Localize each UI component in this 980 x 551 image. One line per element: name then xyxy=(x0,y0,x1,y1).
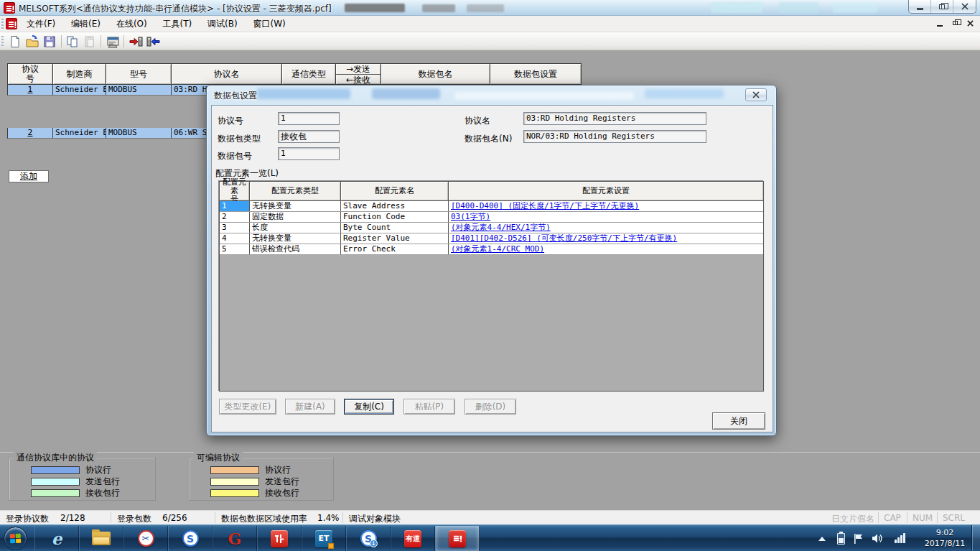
g-app-icon: G xyxy=(228,529,242,548)
packet-type-field[interactable]: 接收包 xyxy=(278,130,340,143)
show-desktop-button[interactable] xyxy=(971,525,980,551)
element-no-cell-selected[interactable]: 1 xyxy=(220,201,250,211)
delete-button[interactable]: 删除(D) xyxy=(465,399,516,415)
up-arrow-icon xyxy=(818,537,826,541)
toolbar-separator xyxy=(61,35,62,47)
column-header-send-receive: →发送 ←接收 xyxy=(336,64,381,84)
column-header-element-setting: 配置元素设置 xyxy=(449,182,763,200)
start-button[interactable] xyxy=(4,527,27,550)
taskbar-sogou-button[interactable]: S xyxy=(168,526,213,551)
mdi-close-button[interactable] xyxy=(966,19,974,27)
swatch-label: 接收包行 xyxy=(265,489,299,498)
taskbar-melsoft-button[interactable] xyxy=(435,526,480,551)
toolbar-separator xyxy=(101,35,101,47)
change-type-button[interactable]: 类型更改(E) xyxy=(219,399,276,415)
copy-button[interactable] xyxy=(65,34,80,49)
tray-volume[interactable] xyxy=(872,525,884,551)
close-button[interactable] xyxy=(953,0,976,13)
element-row-5[interactable]: 5 错误检查代码 Error Check (对象元素1-4/CRC MOD) xyxy=(220,244,763,255)
tray-show-hidden-icons[interactable] xyxy=(818,525,826,551)
menu-tools[interactable]: 工具(T) xyxy=(157,16,199,32)
element-row-4[interactable]: 4 无转换变量 Register Value [D401][D402-D526]… xyxy=(220,233,763,244)
protocol-no-link[interactable]: 2 xyxy=(8,128,53,138)
redacted-text xyxy=(422,4,455,12)
taskbar-ie-button[interactable]: e xyxy=(34,526,79,551)
protocol-row-swatch xyxy=(31,466,80,474)
protocol-no-field[interactable]: 1 xyxy=(278,112,340,125)
element-setting-link[interactable]: 03(1字节) xyxy=(449,212,763,222)
close-dialog-button[interactable]: 关闭 xyxy=(712,412,765,430)
statusbar-separator xyxy=(215,512,215,523)
tray-battery[interactable] xyxy=(837,525,845,551)
taskbar-youdao-button[interactable]: 有道 xyxy=(391,526,435,551)
copy-icon xyxy=(66,35,79,48)
element-setting-link[interactable]: [D400-D400] (固定长度/1字节/下上字节/无更换) xyxy=(449,201,763,211)
taskbar-red-app-button[interactable] xyxy=(257,526,302,551)
menu-online[interactable]: 在线(O) xyxy=(110,16,154,32)
taskbar-snipping-tool-button[interactable]: ✂ xyxy=(123,526,168,551)
taskbar-s-download-button[interactable]: S ↓ xyxy=(346,526,391,551)
redacted-text xyxy=(345,4,405,12)
glass-reflection xyxy=(645,89,724,98)
menu-window[interactable]: 窗口(W) xyxy=(246,16,291,32)
element-setting-link[interactable]: (对象元素4-4/HEX/1字节) xyxy=(449,223,763,233)
swatch-label: 接收包行 xyxy=(85,489,120,498)
kana-indicator: 日文片假名 xyxy=(831,513,874,525)
protocol-count-label: 登录协议数 xyxy=(6,513,49,525)
paste-button[interactable] xyxy=(82,34,98,49)
read-from-module-button[interactable] xyxy=(145,34,161,49)
save-button[interactable] xyxy=(42,34,57,49)
minimize-button[interactable] xyxy=(909,0,931,13)
legend-editable-protocols: 可编辑协议 协议行 发送包行 接收包行 xyxy=(189,457,334,501)
new-button[interactable]: 新建(A) xyxy=(285,399,335,415)
column-header-element-no: 配置元素 号 xyxy=(220,182,250,200)
sogou-icon: S xyxy=(182,530,199,547)
column-header-element-type: 配置元素类型 xyxy=(250,182,341,200)
read-from-module-icon xyxy=(146,35,160,48)
add-protocol-link[interactable]: 添加 xyxy=(9,170,49,182)
menu-debug[interactable]: 调试(B) xyxy=(201,16,244,32)
protocol-no-link[interactable]: 1 xyxy=(8,85,53,95)
menubar: 文件(F) 编辑(E) 在线(O) 工具(T) 调试(B) 窗口(W) xyxy=(0,16,980,32)
module-window-button[interactable] xyxy=(105,34,121,49)
redacted-text xyxy=(467,4,504,12)
mdi-minimize-button[interactable] xyxy=(935,19,944,27)
element-row-3[interactable]: 3 长度 Byte Count (对象元素4-4/HEX/1字节) xyxy=(220,223,763,233)
packet-name-field[interactable]: NOR/03:RD Holding Registers xyxy=(523,130,706,143)
element-no-cell[interactable]: 5 xyxy=(220,244,250,254)
protocol-name-field[interactable]: 03:RD Holding Registers xyxy=(523,112,706,125)
element-list: 配置元素 号 配置元素类型 配置元素名 配置元素设置 1 无转换变量 Slave… xyxy=(219,181,764,392)
restore-button[interactable] xyxy=(931,0,953,13)
menu-file[interactable]: 文件(F) xyxy=(20,16,62,32)
paste-button[interactable]: 粘贴(P) xyxy=(403,399,455,415)
element-no-cell[interactable]: 4 xyxy=(220,233,250,244)
melsoft-icon xyxy=(449,530,466,547)
new-file-button[interactable] xyxy=(7,34,23,49)
element-row-2[interactable]: 2 固定数据 Function Code 03(1字节) xyxy=(220,212,763,223)
element-no-cell[interactable]: 2 xyxy=(220,212,250,222)
copy-button[interactable]: 复制(C) xyxy=(344,399,394,415)
element-setting-link[interactable]: [D401][D402-D526] (可变长度/250字节/下上字节/有更换) xyxy=(449,233,763,244)
tray-action-center[interactable] xyxy=(854,525,864,551)
element-no-cell[interactable]: 3 xyxy=(220,223,250,233)
menu-edit[interactable]: 编辑(E) xyxy=(65,16,107,32)
window-controls xyxy=(908,0,976,14)
column-header-packet-name: 数据包名 xyxy=(381,64,490,84)
tray-network[interactable] xyxy=(895,533,905,543)
statusbar-separator xyxy=(907,512,907,523)
dialog-close-button[interactable] xyxy=(745,88,767,101)
taskbar-g-app-button[interactable]: G xyxy=(213,526,257,551)
open-file-button[interactable] xyxy=(24,34,40,49)
swatch-label: 协议行 xyxy=(265,466,291,475)
element-setting-link[interactable]: (对象元素1-4/CRC MOD) xyxy=(449,244,763,254)
taskbar-explorer-button[interactable] xyxy=(79,526,123,551)
statusbar: 登录协议数 2/128 登录包数 6/256 数据包数据区域使用率 1.4% 调… xyxy=(0,510,980,524)
taskbar-clock[interactable]: 9:02 2017/8/11 xyxy=(921,527,969,549)
open-folder-icon xyxy=(26,35,39,48)
taskbar-et-button[interactable]: ET xyxy=(302,526,346,551)
mdi-restore-button[interactable] xyxy=(951,19,959,27)
window-titlebar[interactable]: MELSOFT系列<通信协议支持功能-串行通信模块> - [协议设置 - 三菱变… xyxy=(0,0,980,16)
write-to-module-button[interactable] xyxy=(128,34,144,49)
packet-no-field[interactable]: 1 xyxy=(278,147,340,160)
element-row-1[interactable]: 1 无转换变量 Slave Address [D400-D400] (固定长度/… xyxy=(220,201,763,212)
